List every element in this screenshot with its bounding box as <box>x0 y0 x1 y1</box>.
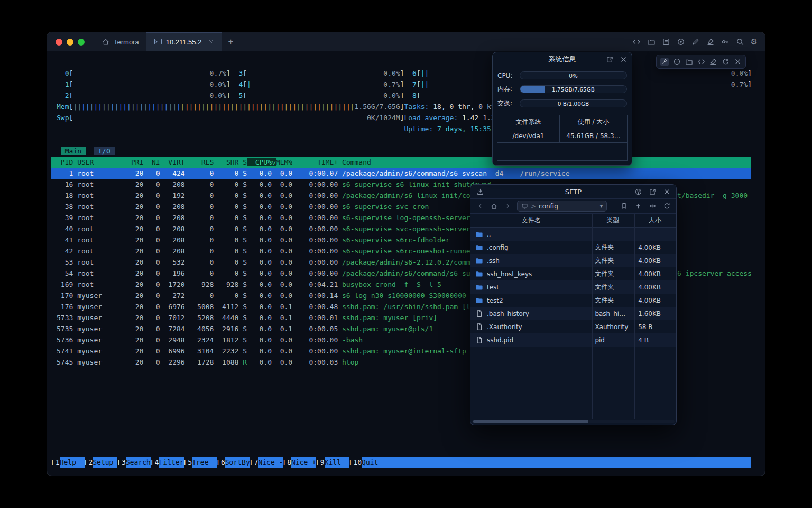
fn-quit-button[interactable]: Quit <box>362 457 386 468</box>
sftp-file-row[interactable]: .bash_historybash_hi…1.60KB <box>470 307 676 320</box>
fn-tree-button[interactable]: Tree <box>192 457 217 468</box>
file-icon <box>475 310 483 318</box>
file-size: 4.00KB <box>634 257 676 265</box>
swap-meter: 交换: 0 B/1.00GB <box>493 99 632 108</box>
htop-function-bar: F1Help F2Setup F3SearchF4FilterF5Tree F6… <box>51 457 751 468</box>
file-type: bash_hi… <box>592 310 634 318</box>
folder-icon <box>475 270 483 278</box>
refresh-icon[interactable] <box>721 58 730 66</box>
screen-tabs-row: Main I/O <box>51 146 751 157</box>
screen-tab-io[interactable]: I/O <box>94 147 114 155</box>
usage-column-header: 使用 / 大小 <box>560 115 627 129</box>
close-icon[interactable] <box>662 187 671 196</box>
process-row-1[interactable]: 1 root 20 0 424 0 0 S 0.0 0.0 0:00.07 /p… <box>51 168 751 179</box>
zoom-window-button[interactable] <box>78 39 85 46</box>
search-icon[interactable] <box>736 38 744 46</box>
forward-icon[interactable] <box>503 202 512 211</box>
file-name: sshd.pid <box>487 337 513 344</box>
sftp-file-row[interactable]: .. <box>470 228 676 241</box>
key-icon[interactable] <box>721 38 730 46</box>
new-tab-button[interactable]: + <box>222 32 239 51</box>
code-icon[interactable] <box>632 38 641 46</box>
back-icon[interactable] <box>476 202 484 211</box>
bookmark-icon[interactable] <box>620 202 628 211</box>
file-type: 文件夹 <box>592 256 634 265</box>
file-type: 文件夹 <box>592 296 634 305</box>
sftp-file-row[interactable]: ssh_host_keys文件夹4.00KB <box>470 267 676 280</box>
file-size: 4.00KB <box>634 284 676 291</box>
close-icon[interactable] <box>733 58 742 66</box>
tab-close-icon[interactable] <box>207 39 214 46</box>
close-window-button[interactable] <box>56 39 62 46</box>
fn-filter-button[interactable]: Filter <box>159 457 184 468</box>
swap-meter-row: Swp[ 0K/1024M]Load average: 1.42 1.38 1.… <box>51 112 751 123</box>
help-icon[interactable] <box>634 187 642 196</box>
open-in-window-icon[interactable] <box>605 55 614 64</box>
settings-icon[interactable]: ⚙ <box>751 38 758 46</box>
file-size: 4.00KB <box>634 270 676 278</box>
screen-tab-main[interactable]: Main <box>61 147 86 155</box>
fnkey-F2: F2 <box>85 457 93 468</box>
folder-icon <box>475 257 483 265</box>
close-icon[interactable] <box>619 55 628 64</box>
sftp-file-row[interactable]: sshd.pidpid4 B <box>470 333 676 347</box>
clear-icon[interactable] <box>709 58 717 66</box>
terminal-icon <box>154 38 162 46</box>
sftp-file-row[interactable]: .XauthorityXauthority58 B <box>470 320 676 333</box>
filename-column-header: 文件名 <box>470 214 592 227</box>
path-breadcrumb[interactable]: > config ▾ <box>517 201 607 212</box>
fn-search-button[interactable]: Search <box>126 457 151 468</box>
refresh-icon[interactable] <box>662 202 671 211</box>
sftp-title-bar[interactable]: SFTP <box>470 185 676 199</box>
folder-icon[interactable] <box>647 38 656 46</box>
folder-icon <box>475 230 483 239</box>
sftp-file-row[interactable]: test2文件夹4.00KB <box>470 294 676 307</box>
folder-icon <box>475 296 483 305</box>
edit-icon[interactable] <box>691 38 700 46</box>
fn-nice-button[interactable]: Nice - <box>258 457 283 468</box>
file-icon <box>475 336 483 344</box>
fn-kill-button[interactable]: Kill <box>325 457 349 468</box>
system-info-panel: 系统信息 CPU: 0% 内存: 1.75GB/7.65GB 交换: 0 B/1… <box>492 52 632 166</box>
fnkey-F9: F9 <box>316 457 325 468</box>
pin-icon[interactable] <box>660 58 669 66</box>
fnkey-F8: F8 <box>283 457 291 468</box>
filesystem-table: 文件系统 使用 / 大小 /dev/vda1 45.61GB / 58.3… <box>497 115 628 161</box>
process-table-header[interactable]: PID USER PRI NI VIRT RES SHR S CPU%▽MEM%… <box>51 157 751 168</box>
tab-home[interactable]: Termora <box>94 32 146 51</box>
tab-session[interactable]: 10.211.55.2 <box>146 32 222 51</box>
open-in-window-icon[interactable] <box>648 187 657 196</box>
folder-icon[interactable] <box>685 58 693 66</box>
blank-row <box>51 134 751 146</box>
show-hidden-icon[interactable] <box>648 202 657 211</box>
scrollbar-thumb[interactable] <box>473 420 588 423</box>
info-icon[interactable] <box>672 58 681 66</box>
erase-icon[interactable] <box>706 38 715 46</box>
file-icon <box>475 323 483 331</box>
fn-nice-button[interactable]: Nice + <box>291 457 316 468</box>
fn-sortby-button[interactable]: SortBy <box>225 457 250 468</box>
log-icon[interactable] <box>662 38 670 46</box>
fn-help-button[interactable]: Help <box>60 457 85 468</box>
minimize-window-button[interactable] <box>67 39 73 46</box>
termora-window: Termora 10.211.55.2 + ⚙ 0[ <box>47 32 765 476</box>
fnkey-F3: F3 <box>117 457 126 468</box>
chevron-down-icon[interactable]: ▾ <box>600 203 603 209</box>
sftp-file-row[interactable]: .config文件夹4.00KB <box>470 241 676 254</box>
horizontal-scrollbar[interactable] <box>472 420 675 423</box>
folder-icon <box>475 243 483 252</box>
sftp-file-row[interactable]: .ssh文件夹4.00KB <box>470 254 676 267</box>
code-icon[interactable] <box>697 58 705 66</box>
panel-toolbar <box>656 55 746 69</box>
filesystem-row[interactable]: /dev/vda1 45.61GB / 58.3… <box>497 129 627 143</box>
file-size: 58 B <box>634 323 676 331</box>
column-divider <box>634 214 635 419</box>
upload-icon[interactable] <box>634 202 642 211</box>
record-icon[interactable] <box>677 38 685 46</box>
sftp-file-row[interactable]: test文件夹4.00KB <box>470 280 676 294</box>
file-name: test2 <box>487 297 503 304</box>
home-icon[interactable] <box>490 202 498 211</box>
sftp-table-header[interactable]: 文件名 类型 大小 <box>470 214 676 228</box>
sort-column-header[interactable]: CPU%▽ <box>247 158 276 166</box>
fn-setup-button[interactable]: Setup <box>93 457 117 468</box>
